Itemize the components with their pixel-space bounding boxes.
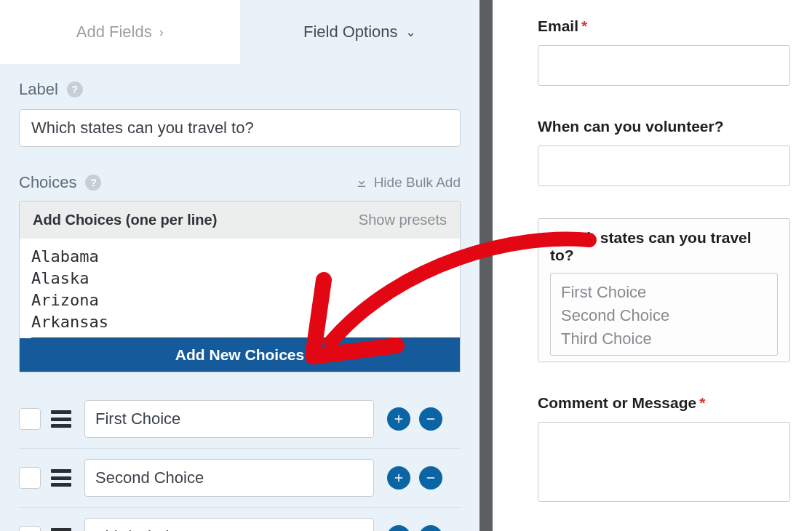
field-label-input[interactable] <box>19 109 461 147</box>
choice-default-checkbox[interactable] <box>19 408 41 430</box>
required-asterisk: * <box>581 17 587 34</box>
volunteer-input-preview <box>538 145 790 186</box>
tab-field-options-label: Field Options <box>303 23 398 41</box>
choice-row <box>19 390 461 448</box>
add-choice-button[interactable] <box>387 466 410 490</box>
panel-divider <box>479 0 493 531</box>
hide-bulk-label: Hide Bulk Add <box>374 175 461 191</box>
field-options-panel: Add Fields › Field Options ⌄ Label ? Cho… <box>0 0 479 531</box>
required-asterisk: * <box>699 394 705 411</box>
chevron-down-icon: ⌄ <box>405 24 416 40</box>
choice-row <box>19 507 461 531</box>
preview-field-comment[interactable]: Comment or Message* <box>538 394 790 502</box>
help-icon[interactable]: ? <box>85 175 101 191</box>
preview-field-email[interactable]: Email* <box>538 17 790 86</box>
add-new-choices-button[interactable]: Add New Choices <box>20 338 460 372</box>
choice-default-checkbox[interactable] <box>19 467 41 489</box>
states-choices-preview: First Choice Second Choice Third Choice <box>550 273 778 356</box>
preview-choice: First Choice <box>561 281 767 304</box>
choice-label-input[interactable] <box>84 400 374 438</box>
svg-rect-0 <box>427 418 435 420</box>
bulk-add-box: Add Choices (one per line) Show presets … <box>19 201 461 372</box>
tab-add-fields[interactable]: Add Fields › <box>0 0 240 64</box>
show-presets-link[interactable]: Show presets <box>359 212 447 228</box>
volunteer-label: When can you volunteer? <box>538 118 724 135</box>
add-choice-button[interactable] <box>387 525 410 531</box>
builder-tabbar: Add Fields › Field Options ⌄ <box>0 0 479 64</box>
choices-heading: Choices ? <box>19 173 101 192</box>
svg-rect-1 <box>427 477 435 479</box>
comment-textarea-preview <box>538 422 790 502</box>
preview-field-volunteer[interactable]: When can you volunteer? <box>538 118 790 186</box>
choice-label-input[interactable] <box>84 459 374 497</box>
choice-default-checkbox[interactable] <box>19 526 41 531</box>
tab-add-fields-label: Add Fields <box>76 23 152 41</box>
label-text: Label <box>19 80 58 99</box>
hide-bulk-add-link[interactable]: Hide Bulk Add <box>355 175 461 191</box>
drag-handle-icon[interactable] <box>51 528 71 531</box>
help-icon[interactable]: ? <box>67 81 83 97</box>
choice-row <box>19 448 461 507</box>
preview-choice: Third Choice <box>561 327 767 351</box>
choice-list <box>19 390 461 531</box>
bulk-choices-textarea[interactable] <box>20 239 460 338</box>
add-new-choices-label: Add New Choices <box>175 346 304 364</box>
bulk-title: Add Choices (one per line) <box>33 212 217 228</box>
email-input-preview <box>538 45 790 86</box>
preview-choice: Second Choice <box>561 304 767 327</box>
preview-field-states[interactable]: Which states can you travel to? First Ch… <box>538 218 790 362</box>
email-label: Email <box>538 17 578 34</box>
comment-label: Comment or Message <box>538 394 696 411</box>
remove-choice-button[interactable] <box>419 407 442 431</box>
states-label: Which states can you travel to? <box>550 229 778 264</box>
tab-field-options[interactable]: Field Options ⌄ <box>240 0 480 64</box>
form-preview: Email* When can you volunteer? Which sta… <box>493 0 812 531</box>
drag-handle-icon[interactable] <box>51 469 71 487</box>
drag-handle-icon[interactable] <box>51 410 71 428</box>
add-choice-button[interactable] <box>387 407 410 431</box>
remove-choice-button[interactable] <box>419 525 442 531</box>
choices-text: Choices <box>19 173 76 192</box>
label-heading: Label ? <box>19 80 461 99</box>
download-icon <box>355 176 368 189</box>
remove-choice-button[interactable] <box>419 466 442 490</box>
chevron-right-icon: › <box>159 25 164 40</box>
choice-label-input[interactable] <box>84 518 374 531</box>
